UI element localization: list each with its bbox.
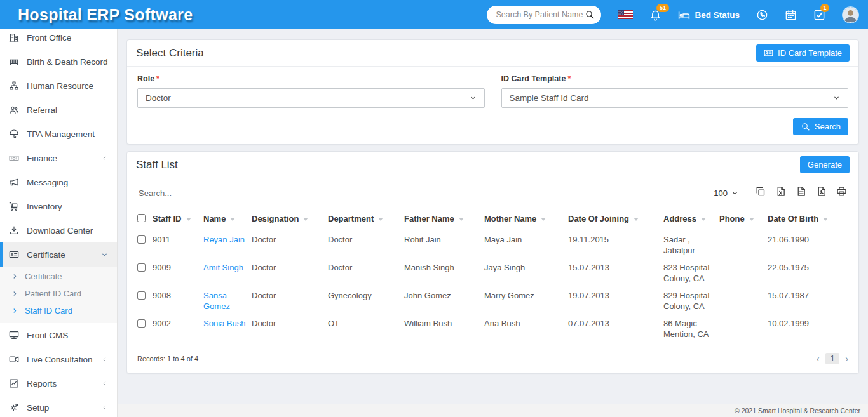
chevron-left-icon (101, 356, 108, 363)
sidebar-item-setup[interactable]: Setup (0, 395, 117, 417)
sidebar-item-reports[interactable]: Reports (0, 371, 117, 395)
pdf-export-button[interactable] (816, 186, 827, 197)
search-button[interactable]: Search (793, 118, 848, 135)
bed-status-label: Bed Status (695, 10, 740, 20)
sidebar-item-label: Front CMS (27, 331, 108, 340)
language-flag-icon[interactable] (618, 10, 633, 19)
cell-department: Gynecology (328, 286, 404, 314)
id-card-template-select[interactable]: Sample Staff Id Card (501, 88, 849, 108)
column-header-address[interactable]: Address (663, 208, 719, 230)
notifications-bell-icon[interactable]: 51 (649, 9, 661, 21)
cell-designation: Doctor (252, 314, 328, 342)
staff-name-link[interactable]: Sansa Gomez (203, 291, 230, 311)
sort-icon (823, 218, 828, 221)
csv-export-button[interactable] (796, 186, 806, 197)
sort-icon (459, 218, 464, 221)
search-icon[interactable] (585, 10, 595, 20)
sidebar-item-download-center[interactable]: Download Center (0, 218, 117, 242)
column-header-date-of-joining[interactable]: Date Of Joining (568, 208, 663, 230)
sidebar-item-human-resource[interactable]: Human Resource (0, 74, 117, 98)
column-header-phone[interactable]: Phone (719, 208, 768, 230)
column-header-date-of-birth[interactable]: Date Of Birth (768, 208, 850, 230)
sidebar-item-referral[interactable]: Referral (0, 98, 117, 122)
sidebar-item-inventory[interactable]: Inventory (0, 194, 117, 218)
app-window: Hospital ERP Software 51 Bed Status (0, 0, 868, 417)
sidebar-item-messaging[interactable]: Messaging (0, 170, 117, 194)
column-header-staff-id[interactable]: Staff ID (153, 208, 203, 230)
page-number-button[interactable]: 1 (825, 353, 840, 364)
sidebar-item-label: Finance (27, 154, 93, 163)
row-checkbox[interactable] (137, 263, 146, 272)
column-header-name[interactable]: Name (203, 208, 252, 230)
patient-search-input[interactable] (496, 10, 585, 19)
row-checkbox[interactable] (137, 291, 146, 300)
bed-status-button[interactable]: Bed Status (678, 9, 740, 21)
staff-name-link[interactable]: Sonia Bush (203, 319, 246, 328)
sidebar-item-certificate[interactable]: Certificate (0, 242, 117, 267)
records-summary: Records: 1 to 4 of 4 (137, 355, 198, 362)
sidebar-subitem-staff-id-card[interactable]: Staff ID Card (0, 302, 117, 319)
id-card-template-button[interactable]: ID Card Template (756, 44, 850, 62)
generate-button[interactable]: Generate (800, 156, 850, 173)
table-header-row: Staff IDNameDesignationDepartmentFather … (137, 208, 850, 230)
calendar-icon[interactable] (785, 9, 797, 21)
copy-export-button[interactable] (755, 186, 766, 197)
sidebar-subitem-patient-id-card[interactable]: Patient ID Card (0, 285, 117, 302)
cell-name: Sansa Gomez (203, 286, 252, 314)
sidebar-item-front-office[interactable]: Front Office (0, 29, 117, 50)
table-search-input[interactable] (137, 186, 239, 201)
sitemap-icon (9, 81, 19, 91)
cell-designation: Doctor (252, 286, 328, 314)
row-checkbox[interactable] (137, 319, 146, 328)
megaphone-icon (9, 177, 19, 187)
select-all-cell (137, 208, 153, 230)
next-page-button[interactable]: › (845, 354, 848, 363)
idcard-icon (9, 249, 19, 260)
prev-page-button[interactable]: ‹ (817, 354, 820, 363)
sort-icon (378, 218, 383, 221)
cell-mother-name: Marry Gomez (484, 286, 568, 314)
chevron-down-icon (833, 95, 840, 102)
cell-date-of-joining: 07.07.2013 (568, 314, 663, 342)
template-selected-value: Sample Staff Id Card (510, 93, 589, 103)
main-area: Select Criteria ID Card Template Role* (118, 29, 868, 417)
pagination: ‹ 1 › (817, 353, 848, 364)
column-header-department[interactable]: Department (328, 208, 404, 230)
user-avatar[interactable] (842, 6, 859, 23)
sidebar-subitem-label: Patient ID Card (25, 289, 81, 298)
required-asterisk: * (567, 74, 571, 83)
whatsapp-icon[interactable] (756, 9, 768, 21)
sidebar-item-label: Front Office (27, 33, 108, 43)
sidebar-item-finance[interactable]: Finance (0, 146, 117, 170)
chart-icon (9, 378, 19, 388)
role-select[interactable]: Doctor (137, 88, 485, 108)
tasks-icon[interactable]: 1 (813, 9, 825, 21)
cell-department: OT (328, 314, 404, 342)
row-checkbox[interactable] (137, 235, 146, 244)
download-icon (9, 225, 19, 235)
select-criteria-body: Role* Doctor ID Card Template* (127, 67, 858, 144)
cell-date-of-birth: 15.07.1987 (768, 286, 850, 314)
page-size-select[interactable]: 100 (712, 187, 740, 201)
sort-icon (303, 218, 308, 221)
chevron-right-icon (11, 290, 18, 297)
column-header-father-name[interactable]: Father Name (404, 208, 484, 230)
column-header-designation[interactable]: Designation (252, 208, 328, 230)
cell-name: Sonia Bush (203, 314, 252, 342)
sidebar-item-front-cms[interactable]: Front CMS (0, 323, 117, 347)
cell-date-of-joining: 19.07.2013 (568, 286, 663, 314)
print-button[interactable] (836, 186, 847, 197)
sidebar-subitem-label: Certificate (25, 272, 62, 281)
sidebar-subitem-certificate[interactable]: Certificate (0, 268, 117, 285)
sidebar-item-tpa-management[interactable]: TPA Management (0, 122, 117, 146)
sidebar-item-label: Referral (27, 105, 108, 115)
staff-name-link[interactable]: Reyan Jain (203, 235, 245, 244)
excel-export-button[interactable] (775, 186, 786, 197)
sidebar-item-birth-death-record[interactable]: Birth & Death Record (0, 50, 117, 74)
staff-name-link[interactable]: Amit Singh (203, 263, 243, 272)
sidebar-item-live-consultation[interactable]: Live Consultation (0, 347, 117, 371)
column-header-mother-name[interactable]: Mother Name (484, 208, 568, 230)
select-all-checkbox[interactable] (137, 214, 146, 222)
sort-icon (749, 218, 754, 221)
row-select-cell (137, 230, 153, 259)
